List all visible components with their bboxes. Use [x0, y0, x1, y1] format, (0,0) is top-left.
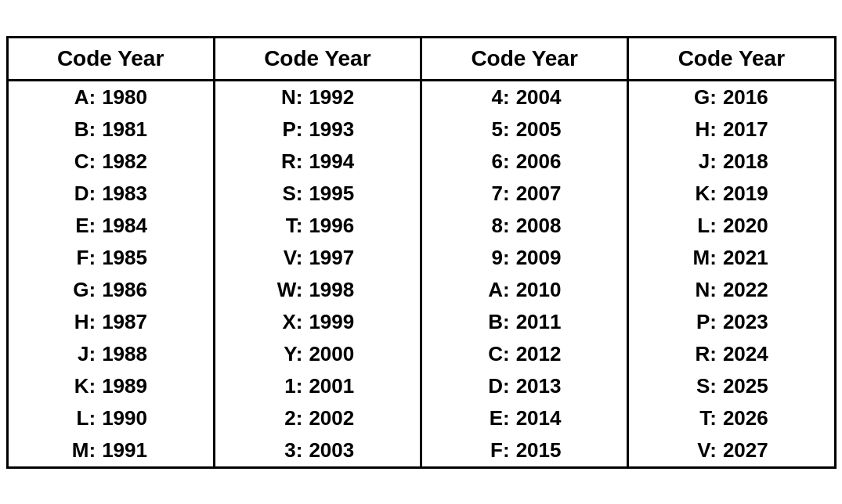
table-row: C:2012: [422, 338, 627, 370]
year-cell: 2001: [309, 374, 371, 398]
year-cell: 2018: [723, 149, 786, 174]
table-row: E:1984: [9, 210, 213, 242]
column-2: Code Year4:20045:20056:20067:20078:20089…: [422, 38, 629, 466]
table-row: R:1994: [215, 146, 420, 178]
year-cell: 1994: [309, 149, 371, 174]
year-cell: 2005: [516, 117, 579, 142]
table-row: A:1980: [9, 81, 213, 113]
code-cell: C:: [56, 149, 96, 174]
code-cell: B:: [471, 310, 510, 334]
code-cell: X:: [263, 310, 302, 334]
year-cell: 1998: [309, 278, 371, 302]
year-cell: 1988: [102, 342, 164, 366]
year-cell: 1996: [309, 214, 371, 238]
code-cell: T:: [678, 406, 717, 430]
code-cell: S:: [263, 182, 302, 206]
year-cell: 2006: [516, 149, 579, 174]
table-row: 8:2008: [422, 210, 627, 242]
table-row: 9:2009: [422, 242, 627, 274]
code-cell: H:: [678, 117, 717, 142]
code-cell: A:: [471, 278, 510, 302]
code-cell: P:: [678, 310, 717, 334]
table-row: B:2011: [422, 306, 627, 338]
table-row: R:2024: [629, 338, 833, 370]
table-row: C:1982: [9, 146, 213, 178]
table-row: 5:2005: [422, 113, 627, 146]
year-cell: 2011: [516, 310, 579, 334]
year-cell: 2021: [723, 246, 786, 270]
year-cell: 2010: [516, 278, 579, 302]
code-cell: C:: [471, 342, 510, 366]
code-cell: W:: [263, 278, 302, 302]
code-cell: R:: [678, 342, 717, 366]
column-rows-3: G:2016H:2017J:2018K:2019L:2020M:2021N:20…: [629, 81, 833, 466]
year-cell: 1983: [102, 182, 164, 206]
code-cell: J:: [56, 342, 96, 366]
year-cell: 2015: [516, 438, 579, 463]
table-row: L:1990: [9, 402, 213, 434]
table-row: S:2025: [629, 370, 833, 402]
table-row: J:1988: [9, 338, 213, 370]
table-row: G:2016: [629, 81, 833, 113]
table-row: T:1996: [215, 210, 420, 242]
code-cell: J:: [678, 149, 717, 174]
year-cell: 2014: [516, 406, 579, 430]
code-cell: 7:: [471, 182, 510, 206]
code-cell: E:: [56, 214, 96, 238]
table-row: H:2017: [629, 113, 833, 146]
code-cell: H:: [56, 310, 96, 334]
column-header-1: Code Year: [215, 38, 420, 81]
year-cell: 1993: [309, 117, 371, 142]
code-cell: D:: [56, 182, 96, 206]
table-row: S:1995: [215, 178, 420, 210]
table-row: 6:2006: [422, 146, 627, 178]
year-cell: 2027: [723, 438, 786, 463]
table-row: 7:2007: [422, 178, 627, 210]
column-1: Code YearN:1992P:1993R:1994S:1995T:1996V…: [215, 38, 422, 466]
column-header-0: Code Year: [9, 38, 213, 81]
code-cell: S:: [678, 374, 717, 398]
table-row: K:2019: [629, 178, 833, 210]
table-row: F:2015: [422, 434, 627, 466]
code-cell: 8:: [471, 214, 510, 238]
code-cell: N:: [263, 85, 302, 110]
code-cell: G:: [56, 278, 96, 302]
table-row: N:1992: [215, 81, 420, 113]
code-cell: 3:: [263, 438, 302, 463]
table-row: Y:2000: [215, 338, 420, 370]
table-row: J:2018: [629, 146, 833, 178]
year-cell: 1986: [102, 278, 164, 302]
year-cell: 1995: [309, 182, 371, 206]
table-row: T:2026: [629, 402, 833, 434]
code-cell: 2:: [263, 406, 302, 430]
table-row: 2:2002: [215, 402, 420, 434]
table-row: F:1985: [9, 242, 213, 274]
table-row: H:1987: [9, 306, 213, 338]
year-cell: 2016: [723, 85, 786, 110]
year-cell: 1981: [102, 117, 164, 142]
code-cell: 4:: [471, 85, 510, 110]
year-cell: 1985: [102, 246, 164, 270]
column-3: Code YearG:2016H:2017J:2018K:2019L:2020M…: [629, 38, 833, 466]
code-cell: 1:: [263, 374, 302, 398]
year-cell: 2000: [309, 342, 371, 366]
year-cell: 2002: [309, 406, 371, 430]
code-cell: M:: [56, 438, 96, 463]
table-row: E:2014: [422, 402, 627, 434]
table-row: L:2020: [629, 210, 833, 242]
column-rows-1: N:1992P:1993R:1994S:1995T:1996V:1997W:19…: [215, 81, 420, 466]
table-row: G:1986: [9, 274, 213, 306]
table-row: B:1981: [9, 113, 213, 146]
code-cell: A:: [56, 85, 96, 110]
table-row: 3:2003: [215, 434, 420, 466]
column-header-3: Code Year: [629, 38, 833, 81]
year-cell: 1984: [102, 214, 164, 238]
column-rows-0: A:1980B:1981C:1982D:1983E:1984F:1985G:19…: [9, 81, 213, 466]
table-row: D:1983: [9, 178, 213, 210]
code-cell: B:: [56, 117, 96, 142]
year-cell: 2020: [723, 214, 786, 238]
table-row: M:2021: [629, 242, 833, 274]
year-cell: 2017: [723, 117, 786, 142]
year-cell: 2003: [309, 438, 371, 463]
code-cell: K:: [678, 182, 717, 206]
